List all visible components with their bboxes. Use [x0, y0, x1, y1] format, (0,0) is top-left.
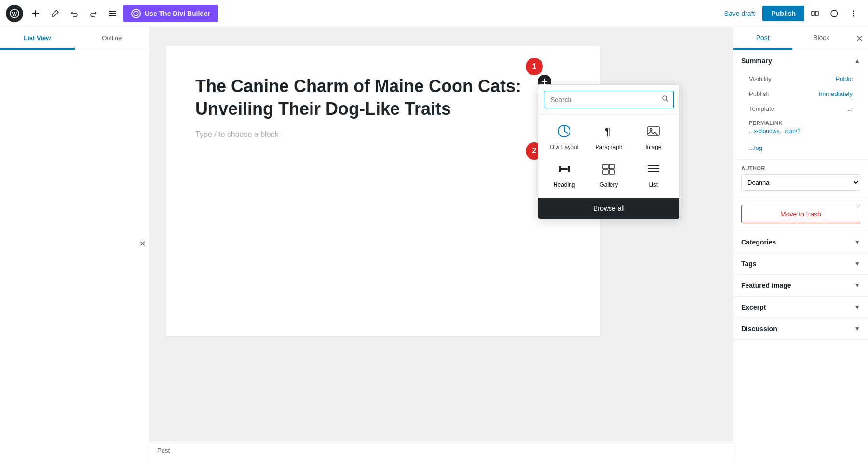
tab-block[interactable]: Block [792, 27, 851, 50]
blog-link[interactable]: ...log [749, 144, 762, 151]
author-section: AUTHOR Deanna [733, 160, 868, 197]
author-label: AUTHOR [741, 165, 860, 171]
svg-rect-4 [109, 11, 116, 12]
svg-rect-24 [603, 164, 608, 169]
block-item-image-label: Image [645, 144, 661, 150]
svg-point-16 [663, 96, 667, 100]
svg-rect-30 [648, 171, 659, 172]
visibility-value[interactable]: Public [836, 75, 853, 82]
move-to-trash-section: Move to trash [733, 197, 868, 231]
left-sidebar-tabs: List View Outline ✕ [0, 27, 149, 50]
placeholder-text: Type / to choose a block [195, 130, 279, 139]
svg-rect-6 [109, 15, 116, 16]
divi-settings-button[interactable] [826, 5, 843, 22]
tags-section: Tags ▼ [733, 253, 868, 275]
svg-point-13 [853, 15, 854, 16]
svg-rect-5 [109, 13, 116, 14]
browse-all-button[interactable]: Browse all [538, 198, 679, 219]
close-right-sidebar-button[interactable]: ✕ [851, 27, 868, 50]
visibility-label: Visibility [749, 75, 772, 82]
summary-chevron-icon: ▲ [854, 57, 860, 64]
block-item-image[interactable]: Image [631, 119, 676, 156]
block-item-heading-label: Heading [554, 181, 575, 188]
block-item-list-label: List [649, 181, 658, 188]
svg-point-11 [853, 10, 854, 12]
svg-rect-21 [559, 166, 561, 172]
svg-rect-9 [815, 11, 818, 16]
summary-header[interactable]: Summary ▲ [733, 50, 868, 71]
list-view-toggle[interactable] [104, 5, 122, 22]
post-title[interactable]: The Canine Charm of Maine Coon Cats: Unv… [195, 75, 571, 121]
template-value[interactable]: ... [847, 105, 853, 112]
step-1-indicator: 1 [526, 58, 543, 75]
svg-rect-15 [542, 81, 547, 82]
categories-section: Categories ▼ [733, 231, 868, 253]
post-type-label: Post [157, 447, 170, 454]
excerpt-header[interactable]: Excerpt ▼ [733, 297, 868, 318]
move-to-trash-button[interactable]: Move to trash [741, 205, 860, 223]
block-item-divi-layout-label: Divi Layout [550, 144, 578, 150]
options-button[interactable] [845, 5, 862, 22]
excerpt-chevron-icon: ▼ [854, 304, 860, 311]
publish-button[interactable]: Publish [762, 6, 804, 21]
block-item-divi-layout[interactable]: Divi Layout [542, 119, 586, 156]
block-inserter-popup: Divi Layout ¶ Paragraph Image Heading Ga [538, 84, 680, 219]
tags-chevron-icon: ▼ [854, 260, 860, 267]
svg-text:W: W [12, 11, 17, 17]
tags-header[interactable]: Tags ▼ [733, 253, 868, 274]
block-item-paragraph-label: Paragraph [595, 144, 622, 150]
toolbar: W Use The Divi Builder Save draft Publis… [0, 0, 868, 27]
permalink-label: Permalink [749, 120, 853, 126]
excerpt-label: Excerpt [741, 303, 766, 311]
discussion-chevron-icon: ▼ [854, 325, 860, 332]
excerpt-section: Excerpt ▼ [733, 297, 868, 318]
left-sidebar: List View Outline ✕ [0, 27, 149, 460]
svg-rect-22 [568, 166, 570, 172]
close-sidebar-button[interactable]: ✕ [136, 237, 149, 250]
svg-rect-19 [648, 127, 659, 135]
tab-outline[interactable]: Outline [75, 27, 149, 50]
tab-list-view[interactable]: List View [0, 27, 75, 50]
block-search-input[interactable] [544, 92, 658, 108]
featured-image-section: Featured image ▼ [733, 275, 868, 297]
block-item-gallery[interactable]: Gallery [586, 156, 631, 194]
svg-rect-25 [609, 164, 614, 169]
redo-button[interactable] [85, 5, 102, 22]
undo-button[interactable] [66, 5, 83, 22]
block-search-button[interactable] [658, 91, 673, 108]
block-item-heading[interactable]: Heading [542, 156, 586, 194]
block-search-container [538, 85, 679, 115]
add-block-button[interactable] [27, 5, 44, 22]
summary-label: Summary [741, 57, 772, 65]
discussion-section: Discussion ▼ [733, 318, 868, 340]
svg-rect-26 [603, 170, 608, 174]
visibility-row: Visibility Public [741, 71, 860, 86]
view-button[interactable] [806, 5, 824, 22]
categories-header[interactable]: Categories ▼ [733, 231, 868, 253]
block-placeholder[interactable]: Type / to choose a block [195, 130, 571, 139]
categories-chevron-icon: ▼ [854, 239, 860, 245]
permalink-url[interactable]: ...s-cloudwa...com/? [749, 128, 853, 135]
blog-row: ...log [741, 140, 860, 155]
block-grid: Divi Layout ¶ Paragraph Image Heading Ga [538, 115, 679, 198]
block-item-gallery-label: Gallery [599, 181, 618, 188]
block-inserter-footer: Browse all [538, 198, 679, 219]
categories-label: Categories [741, 238, 776, 246]
tab-post[interactable]: Post [733, 27, 792, 50]
right-sidebar-tabs: Post Block ✕ [733, 27, 868, 50]
author-select[interactable]: Deanna [741, 174, 860, 191]
featured-image-header[interactable]: Featured image ▼ [733, 275, 868, 296]
block-item-list[interactable]: List [631, 156, 676, 194]
template-label-text: Template [749, 105, 774, 112]
block-item-paragraph[interactable]: ¶ Paragraph [586, 119, 631, 156]
save-draft-button[interactable]: Save draft [719, 6, 761, 21]
heading-icon [557, 162, 571, 178]
edit-button[interactable] [46, 5, 64, 22]
divi-builder-button[interactable]: Use The Divi Builder [123, 5, 218, 22]
publish-schedule-value[interactable]: Immediately [819, 90, 853, 97]
summary-content: Visibility Public Publish Immediately Te… [733, 71, 868, 159]
editor-area: The Canine Charm of Maine Coon Cats: Unv… [166, 46, 600, 336]
list-icon [647, 162, 660, 178]
discussion-header[interactable]: Discussion ▼ [733, 318, 868, 339]
svg-rect-8 [812, 11, 814, 16]
